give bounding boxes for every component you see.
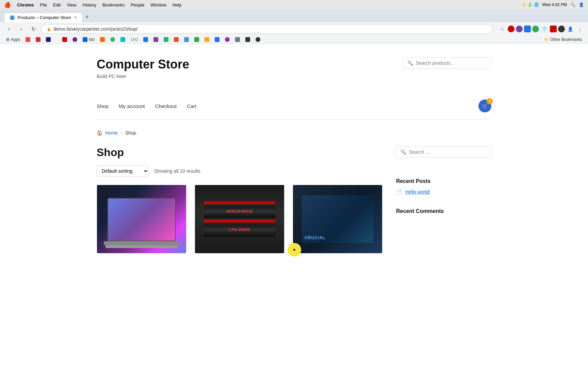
site-title: Computer Store — [97, 57, 189, 72]
bookmark-lfd[interactable]: LFD — [129, 37, 140, 42]
menu-dots-icon[interactable]: ⋮ — [576, 25, 584, 33]
cart-icon-container[interactable]: 🛒 7 — [478, 99, 491, 112]
bookmark-18[interactable] — [202, 36, 211, 43]
breadcrumb-home-link[interactable]: Home — [105, 130, 118, 136]
product-card-ssd[interactable]: CRUCIAL — [293, 185, 382, 254]
extension-icon-1[interactable] — [508, 26, 514, 32]
back-button[interactable]: ‹ — [4, 24, 14, 34]
menubar-people[interactable]: People — [131, 2, 144, 7]
menubar-search-icon[interactable]: 🔍 — [570, 2, 575, 7]
menubar-window[interactable]: Window — [150, 2, 166, 7]
sort-select[interactable]: Default sorting — [97, 166, 149, 177]
bookmark-16[interactable] — [182, 36, 191, 43]
other-bookmarks[interactable]: 📁 Other Bookmarks — [542, 36, 584, 43]
bookmark-apps[interactable]: ⊞ Apps — [4, 36, 22, 43]
extension-icon-3[interactable] — [524, 26, 531, 32]
extension-icon-shirt[interactable]: 👕 — [540, 25, 549, 33]
bookmark-15[interactable] — [172, 36, 181, 43]
tab-title: Products – Computer Store — [17, 15, 71, 20]
reload-button[interactable]: ↻ — [29, 24, 38, 34]
post-item-hello-world[interactable]: 📄 Hello world! — [396, 189, 491, 195]
nav-checkout[interactable]: Checkout — [155, 103, 177, 109]
menubar-time: Wed 4:42 PM — [542, 2, 567, 7]
cart-badge: 7 — [487, 98, 493, 104]
site-nav: Shop My account Checkout Cart 🛒 7 — [97, 99, 491, 120]
profile-icon[interactable]: 👤 — [566, 25, 574, 33]
bookmark-8[interactable] — [98, 36, 107, 43]
bookmark-2[interactable] — [23, 36, 32, 43]
bookmark-star-icon[interactable]: ☆ — [498, 25, 506, 33]
tab-close-button[interactable]: ✕ — [74, 15, 77, 20]
menubar-chrome[interactable]: Chrome — [17, 2, 34, 7]
bookmark-github[interactable] — [254, 36, 262, 43]
forward-button[interactable]: › — [16, 24, 26, 34]
ssd-visual: CRUCIAL — [302, 195, 373, 243]
post-link-hello-world[interactable]: Hello world! — [405, 189, 430, 195]
bookmark-4[interactable] — [44, 36, 53, 43]
bookmark-10[interactable] — [118, 36, 127, 43]
breadcrumb-home-icon: 🏠 — [97, 130, 102, 136]
site-container: Computer Store Build PC here 🔍 Shop My a… — [90, 44, 498, 267]
laptop-base — [104, 241, 180, 245]
bookmark-22[interactable] — [243, 36, 252, 43]
sidebar-search-icon: 🔍 — [401, 149, 406, 155]
header-search-box[interactable]: 🔍 — [403, 57, 491, 69]
recent-posts-title: Recent Posts — [396, 178, 491, 184]
nav-my-account[interactable]: My account — [119, 103, 145, 109]
bookmark-17[interactable] — [192, 36, 201, 43]
menubar-edit[interactable]: Edit — [53, 2, 61, 7]
nav-cart[interactable]: Cart — [187, 103, 196, 109]
extension-icon-2[interactable] — [516, 26, 523, 32]
bookmark-6[interactable] — [70, 36, 79, 43]
header-search-input[interactable] — [416, 60, 487, 66]
bookmark-md[interactable]: MD — [81, 36, 97, 43]
menubar-file[interactable]: File — [40, 2, 47, 7]
browser-toolbar: ‹ › ↻ 🔒 demo.binarycarpenter.com/proto2/… — [0, 22, 588, 36]
breadcrumb-current: Shop — [125, 130, 136, 136]
bookmark-21[interactable] — [233, 36, 242, 43]
extension-icon-4[interactable] — [532, 26, 539, 32]
new-tab-button[interactable]: + — [83, 12, 92, 22]
product-image-laptop — [97, 185, 186, 253]
menubar-help[interactable]: Help — [173, 2, 182, 7]
ssd-label: CRUCIAL — [305, 235, 325, 240]
menubar-control-center[interactable]: 👤 — [579, 2, 584, 7]
menubar-bookmarks[interactable]: Bookmarks — [102, 2, 125, 7]
bookmark-19[interactable] — [213, 36, 222, 43]
address-bar[interactable]: 🔒 demo.binarycarpenter.com/proto2/shop/ — [41, 24, 493, 34]
toolbar-icons: ☆ 👕 👤 ⋮ — [498, 25, 584, 33]
laptop-keyboard — [105, 245, 178, 248]
product-image-ram: VENGEANCE LPX DDR4 — [195, 185, 284, 253]
menubar-status-icons: ⚡ 🔋 🌐 — [521, 2, 539, 7]
shop-title: Shop — [97, 146, 382, 159]
breadcrumb-separator: › — [120, 130, 122, 136]
bookmark-13[interactable] — [151, 36, 160, 43]
menubar-view[interactable]: View — [67, 2, 76, 7]
browser-chrome: Products – Computer Store ✕ + ‹ › ↻ 🔒 de… — [0, 10, 588, 44]
nav-shop[interactable]: Shop — [97, 103, 109, 109]
sidebar-search-input[interactable] — [409, 149, 487, 155]
bookmark-14[interactable] — [162, 36, 170, 43]
bookmark-12[interactable] — [141, 36, 150, 43]
product-grid: VENGEANCE LPX DDR4 CRUCIAL — [97, 185, 382, 254]
bookmark-9[interactable] — [108, 36, 117, 43]
recent-comments-title: Recent Comments — [396, 208, 491, 214]
tab-bar: Products – Computer Store ✕ + — [0, 12, 588, 22]
active-tab[interactable]: Products – Computer Store ✕ — [4, 13, 83, 22]
bookmark-20[interactable] — [223, 36, 232, 43]
extension-icon-5[interactable] — [550, 26, 557, 32]
breadcrumb: 🏠 Home › Shop — [97, 130, 491, 136]
bookmark-3[interactable] — [34, 36, 43, 43]
apple-menu[interactable]: 🍎 — [4, 2, 11, 8]
product-image-ssd: CRUCIAL — [293, 185, 382, 253]
site-layout: Shop Default sorting Showing all 10 resu… — [97, 146, 491, 254]
menubar-history[interactable]: History — [82, 2, 96, 7]
product-card-ram[interactable]: VENGEANCE LPX DDR4 — [195, 185, 284, 254]
ram-label-1: VENGEANCE — [226, 209, 253, 213]
bookmark-5[interactable] — [54, 36, 69, 43]
sidebar-search-box[interactable]: 🔍 — [396, 146, 491, 158]
extension-icon-6[interactable] — [558, 26, 565, 32]
bookmarks-bar: ⊞ Apps MD LFD 📁 Other Bookmarks — [0, 36, 588, 44]
product-card-laptop[interactable] — [97, 185, 186, 254]
url-text: demo.binarycarpenter.com/proto2/shop/ — [53, 26, 137, 32]
